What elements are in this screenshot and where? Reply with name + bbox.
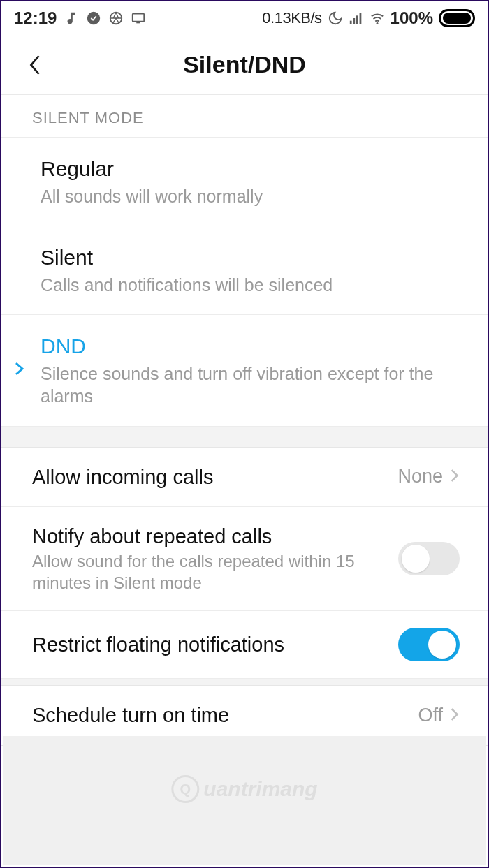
status-bar: 12:19 0.13KB/s 100% (1, 1, 488, 35)
option-value: Off (418, 705, 443, 726)
mode-option-dnd[interactable]: DND Silence sounds and turn off vibratio… (1, 315, 488, 427)
mode-subtitle: Silence sounds and turn off vibration ex… (41, 362, 460, 408)
music-icon (64, 10, 79, 26)
option-notify-repeated-calls[interactable]: Notify about repeated calls Allow sound … (1, 507, 488, 612)
svg-rect-6 (356, 15, 358, 24)
option-title: Notify about repeated calls (32, 524, 384, 549)
moon-icon (328, 10, 343, 26)
watermark-text: uantrimang (203, 777, 317, 801)
check-circle-icon (86, 10, 101, 26)
status-time: 12:19 (14, 8, 57, 28)
mode-option-silent[interactable]: Silent Calls and notifications will be s… (1, 226, 488, 315)
toggle-repeated-calls[interactable] (398, 542, 460, 575)
aperture-icon (108, 10, 124, 26)
svg-rect-7 (359, 13, 361, 24)
option-title: Allow incoming calls (32, 464, 384, 490)
svg-point-8 (376, 22, 378, 24)
option-title: Schedule turn on time (32, 703, 404, 728)
option-value: None (397, 466, 443, 487)
svg-rect-5 (353, 18, 355, 24)
ftp-icon (131, 10, 146, 26)
svg-point-0 (87, 12, 100, 24)
mode-subtitle: All sounds will work normally (41, 185, 460, 208)
svg-rect-4 (349, 21, 351, 24)
option-subtitle: Allow sound for the calls repeated withi… (32, 551, 384, 594)
battery-icon (439, 9, 475, 27)
signal-icon (349, 10, 364, 26)
option-allow-incoming-calls[interactable]: Allow incoming calls None (1, 448, 488, 507)
watermark: Q uantrimang (171, 775, 317, 803)
title-bar: Silent/DND (1, 35, 488, 95)
page-title: Silent/DND (183, 51, 306, 78)
status-network-speed: 0.13KB/s (262, 9, 321, 27)
option-restrict-floating[interactable]: Restrict floating notifications (1, 611, 488, 679)
mode-title: Silent (41, 244, 460, 271)
option-title: Restrict floating notifications (32, 632, 384, 657)
chevron-right-icon (450, 706, 460, 726)
chevron-right-icon (450, 467, 460, 487)
mode-option-regular[interactable]: Regular All sounds will work normally (1, 138, 488, 226)
status-left: 12:19 (14, 8, 146, 28)
selected-indicator-icon (14, 360, 25, 380)
watermark-logo-icon: Q (171, 775, 199, 803)
toggle-restrict-floating[interactable] (398, 628, 460, 661)
mode-title: Regular (41, 156, 460, 182)
chevron-left-icon (27, 52, 43, 78)
section-divider (1, 427, 488, 448)
mode-subtitle: Calls and notifications will be silenced (41, 274, 460, 297)
mode-title: DND (41, 333, 460, 360)
back-button[interactable] (21, 51, 49, 79)
section-divider (1, 679, 488, 686)
status-right: 0.13KB/s 100% (262, 8, 475, 28)
status-battery-pct: 100% (391, 8, 433, 28)
svg-rect-2 (133, 14, 145, 22)
section-header-silent-mode: SILENT MODE (1, 95, 488, 138)
svg-rect-3 (137, 22, 141, 24)
wifi-icon (370, 10, 385, 26)
